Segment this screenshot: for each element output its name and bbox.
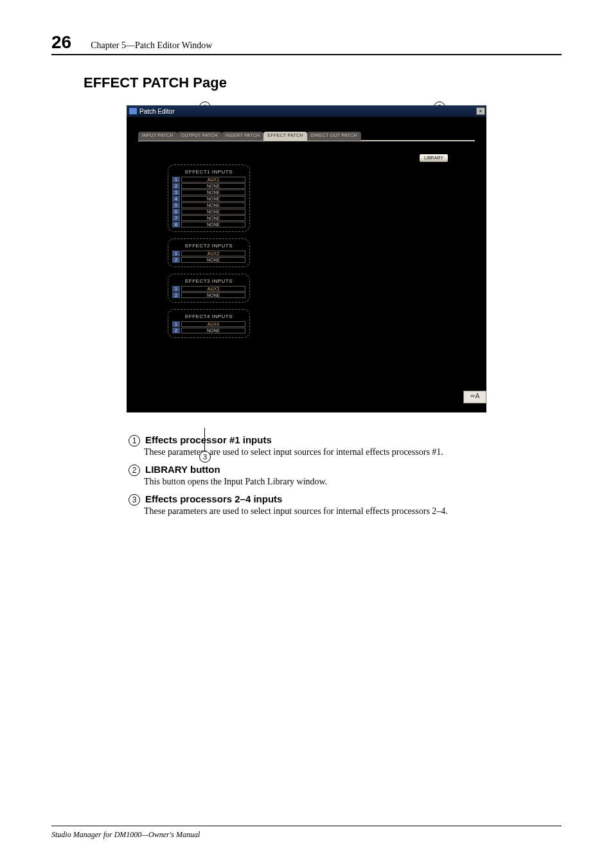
input-row: 1AUX2 [172,251,245,256]
input-select[interactable]: AUX4 [181,321,245,327]
effect1-inputs-panel: EFFECT1 INPUTS 1AUX1 2NONE 3NONE 4NONE 5… [168,164,250,232]
input-row: 2NONE [172,183,245,189]
page-footer: Studio Manager for DM1000—Owner's Manual [51,826,562,840]
input-row: 5NONE [172,202,245,208]
tab-input-patch[interactable]: INPUT PATCH [138,132,177,141]
patch-editor-window: Patch Editor × INPUT PATCH OUTPUT PATCH … [127,105,486,412]
page-header: 26 Chapter 5—Patch Editor Window [51,32,562,55]
panel-title: EFFECT4 INPUTS [172,314,245,319]
desc-title: Effects processor #1 inputs [145,434,272,445]
input-select[interactable]: NONE [181,190,245,195]
row-index: 5 [172,202,180,208]
input-row: 6NONE [172,209,245,215]
desc-title: LIBRARY button [145,464,220,475]
row-index: 2 [172,257,180,263]
input-row: 4NONE [172,196,245,202]
input-select[interactable]: NONE [181,222,245,227]
row-index: 2 [172,183,180,189]
desc-body: These parameters are used to select inpu… [144,506,536,518]
desc-num: 3 [129,494,140,506]
tab-label: EFFECT PATCH [267,133,303,137]
screenshot-figure: 1 2 3 Patch Editor × INPUT PATCH OUTPUT … [127,105,486,412]
close-button[interactable]: × [476,107,485,115]
input-select[interactable]: NONE [181,183,245,189]
tab-direct-out-patch[interactable]: DIRECT OUT PATCH [307,132,361,141]
input-row: 3NONE [172,190,245,195]
tab-label: INPUT PATCH [142,133,173,137]
effect-panels: EFFECT1 INPUTS 1AUX1 2NONE 3NONE 4NONE 5… [138,164,475,338]
input-select[interactable]: AUX1 [181,177,245,182]
effect3-inputs-panel: EFFECT3 INPUTS 1AUX3 2NONE [168,274,250,303]
row-index: 4 [172,196,180,202]
panel-title: EFFECT3 INPUTS [172,278,245,284]
desc-num: 2 [129,465,140,476]
tab-label: INSERT PATCH [226,133,260,137]
desc-title: Effects processors 2–4 inputs [145,493,282,504]
panel-title: EFFECT2 INPUTS [172,243,245,249]
callout-3: 3 [199,451,211,463]
input-row: 2NONE [172,257,245,263]
row-index: 2 [172,328,180,333]
tab-insert-patch[interactable]: INSERT PATCH [222,132,264,141]
desc-body: This button opens the Input Patch Librar… [144,476,536,488]
row-index: 1 [172,286,180,292]
button-label: LIBRARY [424,155,443,160]
row-index: 8 [172,222,180,227]
tab-effect-patch[interactable]: EFFECT PATCH [263,132,306,141]
library-button[interactable]: LIBRARY [420,154,448,162]
input-row: 1AUX1 [172,177,245,182]
row-index: 1 [172,251,180,256]
window-titlebar: Patch Editor × [127,105,486,117]
input-row: 7NONE [172,215,245,221]
input-row: 1AUX3 [172,286,245,292]
input-row: 2NONE [172,328,245,333]
input-select[interactable]: NONE [181,257,245,263]
row-index: 7 [172,215,180,221]
window-client-area: INPUT PATCH OUTPUT PATCH INSERT PATCH EF… [127,117,486,412]
input-row: 2NONE [172,292,245,298]
effect2-inputs-panel: EFFECT2 INPUTS 1AUX2 2NONE [168,238,250,267]
close-icon: × [479,108,482,114]
input-row: 1AUX4 [172,321,245,327]
description-list: 1 Effects processor #1 inputs These para… [129,434,536,518]
row-index: 6 [172,209,180,215]
description-item: 1 Effects processor #1 inputs These para… [129,434,536,459]
tab-output-patch[interactable]: OUTPUT PATCH [177,132,222,141]
description-item: 2 LIBRARY button This button opens the I… [129,464,536,488]
input-select[interactable]: NONE [181,328,245,333]
input-select[interactable]: AUX2 [181,251,245,256]
ime-badge: ✏A [463,391,486,403]
input-select[interactable]: NONE [181,215,245,221]
tabs-row: INPUT PATCH OUTPUT PATCH INSERT PATCH EF… [138,131,475,140]
ime-text: A [475,393,480,400]
effect4-inputs-panel: EFFECT4 INPUTS 1AUX4 2NONE [168,309,250,338]
ime-icon: ✏ [470,393,475,400]
page-number: 26 [51,32,71,53]
input-select[interactable]: NONE [181,202,245,208]
row-index: 3 [172,190,180,195]
tab-label: OUTPUT PATCH [181,133,218,137]
row-index: 1 [172,321,180,327]
callout-3-line [204,428,205,451]
desc-num: 1 [129,435,140,447]
input-select[interactable]: AUX3 [181,286,245,292]
input-row: 8NONE [172,222,245,227]
tab-label: DIRECT OUT PATCH [311,133,357,137]
input-select[interactable]: NONE [181,209,245,215]
row-index: 2 [172,292,180,298]
input-select[interactable]: NONE [181,292,245,298]
window-title: Patch Editor [139,108,174,115]
chapter-line: Chapter 5—Patch Editor Window [91,40,212,51]
panel-title: EFFECT1 INPUTS [172,169,245,175]
window-icon [129,108,137,114]
section-heading: EFFECT PATCH Page [84,75,562,91]
description-item: 3 Effects processors 2–4 inputs These pa… [129,493,536,518]
input-select[interactable]: NONE [181,196,245,202]
row-index: 1 [172,177,180,182]
